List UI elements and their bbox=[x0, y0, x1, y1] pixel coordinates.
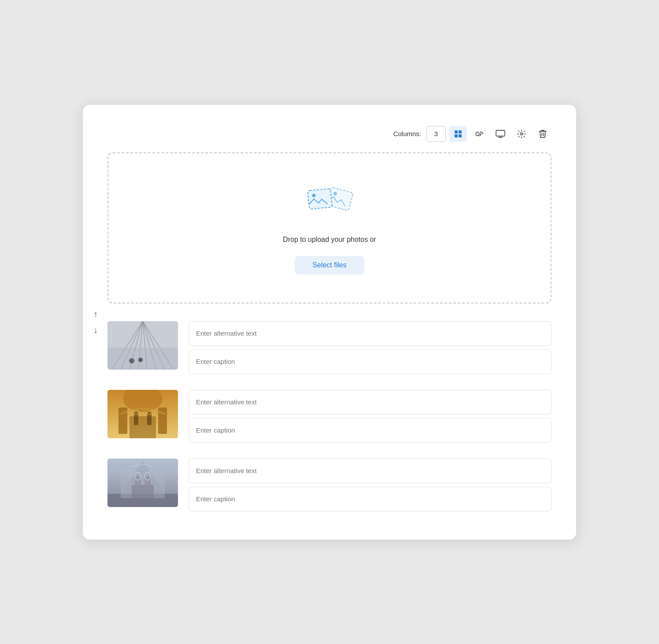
svg-rect-2 bbox=[455, 134, 458, 137]
image-fields bbox=[189, 459, 552, 511]
svg-rect-8 bbox=[308, 189, 332, 209]
svg-rect-27 bbox=[130, 416, 156, 438]
grid-view-button[interactable] bbox=[449, 126, 467, 142]
main-card: ↑ ↓ Columns: bbox=[83, 105, 576, 540]
image-row bbox=[107, 390, 552, 443]
image-row bbox=[107, 321, 552, 374]
thumbnail bbox=[107, 459, 178, 507]
thumbnail bbox=[107, 321, 178, 370]
settings-button[interactable] bbox=[513, 126, 530, 142]
image-fields bbox=[189, 390, 552, 443]
toolbar: Columns: bbox=[107, 126, 552, 142]
caption-input[interactable] bbox=[189, 349, 552, 374]
svg-rect-21 bbox=[107, 348, 178, 370]
image-rows-container bbox=[107, 321, 552, 511]
drop-zone[interactable]: Drop to upload your photos or Select fil… bbox=[107, 152, 552, 303]
columns-label: Columns: bbox=[393, 130, 421, 137]
svg-rect-41 bbox=[107, 459, 178, 470]
svg-rect-4 bbox=[496, 130, 505, 136]
upload-icon bbox=[301, 181, 358, 223]
image-fields bbox=[189, 321, 552, 374]
drop-zone-text: Drop to upload your photos or bbox=[283, 236, 376, 244]
svg-point-5 bbox=[521, 133, 523, 135]
svg-rect-38 bbox=[144, 476, 151, 489]
alt-text-input[interactable] bbox=[189, 321, 552, 346]
svg-rect-1 bbox=[459, 130, 462, 133]
delete-button[interactable] bbox=[534, 126, 552, 142]
side-arrows: ↑ ↓ bbox=[93, 310, 98, 334]
caption-input[interactable] bbox=[189, 487, 552, 511]
arrow-up[interactable]: ↑ bbox=[93, 310, 98, 318]
alt-text-input[interactable] bbox=[189, 390, 552, 415]
svg-rect-37 bbox=[135, 476, 141, 489]
alt-text-input[interactable] bbox=[189, 459, 552, 483]
caption-input[interactable] bbox=[189, 418, 552, 443]
link-button[interactable] bbox=[470, 126, 488, 142]
thumbnail bbox=[107, 390, 178, 438]
image-row bbox=[107, 459, 552, 511]
select-files-button[interactable]: Select files bbox=[295, 256, 364, 274]
svg-rect-0 bbox=[455, 130, 458, 133]
arrow-down[interactable]: ↓ bbox=[93, 326, 98, 334]
monitor-button[interactable] bbox=[492, 126, 509, 142]
columns-input[interactable] bbox=[426, 126, 446, 142]
svg-rect-3 bbox=[459, 134, 462, 137]
